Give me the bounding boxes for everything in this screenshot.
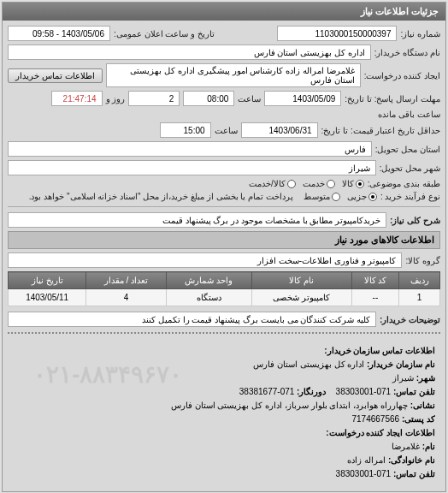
requester-field: غلامرضا امراله زاده کارشناس امور پیشگیری…: [106, 63, 361, 87]
validity-time-field: 15:00: [160, 122, 211, 138]
process-radio-group: جزیی متوسط: [304, 192, 377, 201]
cell-name: کامپیوتر شخصی: [251, 289, 351, 306]
postal-value: 7174667566: [351, 414, 399, 424]
radio-motevaset-label: متوسط: [304, 192, 330, 201]
creator-title: اطلاعات ایجاد کننده درخواست:: [326, 428, 435, 437]
contact-info-button[interactable]: اطلاعات تماس خریدار: [8, 68, 103, 83]
notes-field: کلیه شرکت کنندگان می بایست برگ پیشنهاد ق…: [8, 312, 376, 327]
contact-city-value: شیراز: [392, 373, 414, 383]
table-row: 1 -- کامپیوتر شخصی دستگاه 4 1403/05/11: [9, 289, 440, 306]
org-value: اداره کل بهزیستی استان فارس: [253, 359, 364, 369]
th-unit: واحد شمارش: [166, 272, 251, 289]
family-value: امراله زاده: [347, 455, 386, 465]
validity-label: حداقل تاریخ اعتبار قیمت: تا تاریخ:: [321, 126, 440, 135]
radio-kala-label: کالا: [342, 179, 354, 188]
contact-city-label: شهر:: [416, 373, 435, 383]
creator-phone-label: تلفن تماس:: [393, 469, 435, 478]
cell-idx: 1: [399, 289, 440, 306]
contact-section: ۰۲۱-۸۸۳۴۹۶۷۰ اطلاعات تماس سازمان خریدار:…: [8, 339, 440, 486]
main-panel: جزئیات اطلاعات نیاز شماره نیاز: 11030001…: [2, 2, 446, 492]
city-label: شهر محل تحویل:: [380, 163, 440, 173]
group-field: کامپیوتر و فناوری اطلاعات-سخت افزار: [8, 252, 402, 268]
days-field: 2: [128, 91, 180, 106]
announce-label: تاریخ و ساعت اعلان عمومی:: [114, 29, 215, 39]
notes-label: توضیحات خریدار:: [380, 315, 440, 324]
validity-time-label: ساعت: [215, 126, 238, 135]
province-label: استان محل تحویل:: [375, 145, 440, 154]
need-number-field: 1103000150000397: [277, 26, 397, 41]
category-radio-group: کالا خدمت کالا/خدمت: [249, 179, 364, 188]
th-code: کد کالا: [351, 272, 398, 289]
fax-label: دورنگار:: [297, 387, 326, 396]
name-label: نام:: [422, 442, 435, 451]
cell-date: 1403/05/11: [9, 289, 86, 306]
family-label: نام خانوادگی:: [388, 455, 435, 465]
address-label: نشانی:: [410, 401, 435, 410]
buyer-label: نام دستگاه خریدار:: [374, 48, 440, 57]
th-idx: ردیف: [399, 272, 440, 289]
cell-qty: 4: [86, 289, 166, 306]
name-value: غلامرضا: [392, 442, 420, 451]
deadline-time-label: ساعت: [238, 94, 261, 104]
radio-khadamat[interactable]: [327, 180, 335, 188]
panel-title: جزئیات اطلاعات نیاز: [3, 3, 445, 21]
org-label: نام سازمان خریدار:: [367, 359, 435, 369]
radio-jozi[interactable]: [368, 193, 377, 201]
deadline-label: مهلت ارسال پاسخ: تا تاریخ:: [345, 94, 440, 104]
subject-field: خریدکامپیوتر مطابق با مشخصات موجود در بر…: [8, 212, 386, 228]
fax-value: 071-38381677: [239, 387, 295, 396]
goods-section-title: اطلاعات کالاهای مورد نیاز: [8, 231, 440, 249]
category-label: طبقه بندی موضوعی:: [368, 179, 440, 188]
radio-kala[interactable]: [356, 180, 364, 188]
panel-body: شماره نیاز: 1103000150000397 تاریخ و ساع…: [3, 21, 445, 491]
subject-label: شرح کلی نیاز:: [390, 216, 440, 225]
th-qty: تعداد / مقدار: [86, 272, 166, 289]
days-label: روز و: [106, 94, 126, 104]
requester-label: ایجاد کننده درخواست:: [364, 71, 440, 80]
province-field: فارس: [8, 141, 372, 157]
creator-phone-value: 071-38303001: [336, 469, 392, 478]
deadline-time-field: 08:00: [183, 91, 234, 106]
phone-label: تلفن تماس:: [393, 387, 435, 396]
table-header-row: ردیف کد کالا نام کالا واحد شمارش تعداد /…: [9, 272, 440, 289]
cell-unit: دستگاه: [166, 289, 251, 306]
radio-motevaset[interactable]: [332, 193, 340, 201]
radio-khadamat-label: خدمت: [303, 179, 325, 188]
radio-jozi-label: جزیی: [347, 192, 367, 201]
cell-code: --: [351, 289, 398, 306]
th-name: نام کالا: [251, 272, 351, 289]
address-value: چهارراه هوابرد، ابتدای بلوار سرباز، ادار…: [171, 401, 408, 410]
remain-time-field: 21:47:14: [51, 91, 103, 106]
announce-field: 1403/05/06 - 09:58: [8, 26, 110, 41]
need-number-label: شماره نیاز:: [400, 29, 440, 39]
radio-both[interactable]: [287, 180, 296, 188]
process-label: نوع فرآیند خرید :: [380, 192, 440, 201]
goods-table: ردیف کد کالا نام کالا واحد شمارش تعداد /…: [8, 271, 440, 306]
radio-both-label: کالا/خدمت: [249, 179, 286, 188]
phone-value: 071-38303001: [336, 387, 392, 396]
remain-label: ساعت باقی مانده: [378, 110, 440, 119]
contact-title: اطلاعات تماس سازمان خریدار:: [324, 346, 435, 355]
th-date: تاریخ نیاز: [9, 272, 86, 289]
process-note: پرداخت تمام یا بخشی از مبلغ خرید،از محل …: [29, 192, 293, 201]
group-label: گروه کالا:: [405, 256, 440, 265]
postal-label: کد پستی:: [402, 414, 435, 424]
buyer-field: اداره کل بهزیستی استان فارس: [8, 45, 371, 60]
validity-date-field: 1403/06/31: [241, 122, 318, 138]
deadline-date-field: 1403/05/09: [264, 91, 341, 106]
city-field: شیراز: [8, 160, 376, 175]
